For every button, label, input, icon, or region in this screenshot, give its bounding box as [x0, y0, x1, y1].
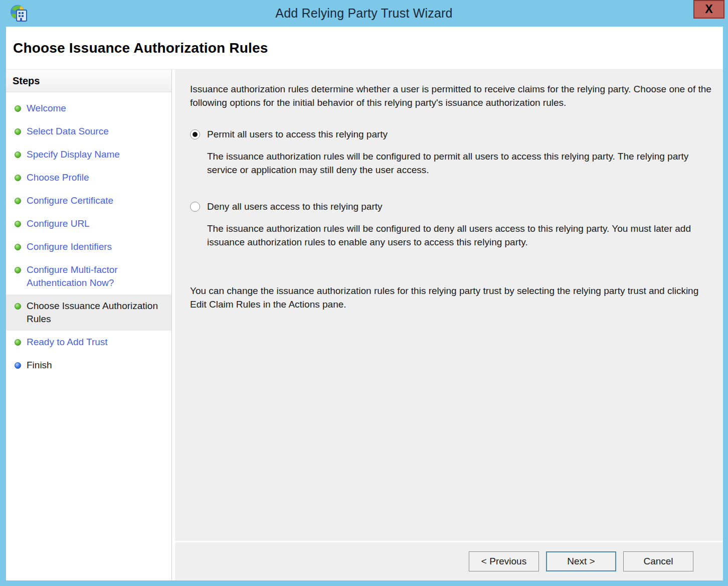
options-group: Permit all users to access this relying …	[190, 127, 712, 249]
wizard-frame: Choose Issuance Authorization Rules Step…	[6, 27, 723, 580]
cancel-button[interactable]: Cancel	[623, 551, 693, 571]
step-label: Choose Profile	[27, 171, 89, 184]
radio-description: The issuance authorization rules will be…	[207, 150, 712, 177]
close-button[interactable]: X	[693, 0, 724, 19]
radio-label: Permit all users to access this relying …	[207, 127, 388, 141]
sidebar-step[interactable]: Select Data Source	[6, 120, 171, 143]
radio-description: The issuance authorization rules will be…	[207, 222, 712, 249]
step-bullet-icon	[15, 128, 21, 135]
content-main: Issuance authorization rules determine w…	[175, 70, 723, 541]
note-text: You can change the issuance authorizatio…	[190, 284, 712, 311]
sidebar-step[interactable]: Choose Profile	[6, 166, 171, 189]
radio-row[interactable]: Permit all users to access this relying …	[190, 127, 712, 141]
step-label: Configure URL	[27, 217, 90, 230]
step-bullet-icon	[15, 303, 21, 310]
sidebar-step[interactable]: Configure Certificate	[6, 189, 171, 212]
step-label: Configure Multi-factor Authentication No…	[27, 263, 166, 289]
steps-heading: Steps	[6, 70, 171, 92]
step-label: Select Data Source	[27, 125, 109, 138]
intro-text: Issuance authorization rules determine w…	[190, 82, 712, 109]
radio-button[interactable]	[190, 129, 200, 139]
step-bullet-icon	[15, 267, 21, 273]
radio-option: Deny all users access to this relying pa…	[190, 200, 712, 249]
sidebar-step[interactable]: Configure Identifiers	[6, 235, 171, 258]
window-title: Add Relying Party Trust Wizard	[0, 0, 728, 27]
sidebar-step[interactable]: Welcome	[6, 97, 171, 120]
radio-option: Permit all users to access this relying …	[190, 127, 712, 177]
step-label: Specify Display Name	[27, 148, 120, 161]
step-bullet-icon	[15, 175, 21, 181]
step-bullet-icon	[15, 221, 21, 227]
page-header: Choose Issuance Authorization Rules	[6, 27, 723, 70]
sidebar-step: Finish	[6, 354, 171, 377]
radio-button[interactable]	[190, 202, 200, 212]
steps-sidebar: Steps Welcome Select Data Source Specify…	[6, 70, 172, 580]
step-label: Welcome	[27, 102, 66, 115]
next-button[interactable]: Next >	[546, 551, 616, 571]
sidebar-step[interactable]: Configure URL	[6, 212, 171, 235]
previous-button[interactable]: < Previous	[469, 551, 539, 571]
step-bullet-icon	[15, 244, 21, 250]
wizard-body: Steps Welcome Select Data Source Specify…	[6, 70, 723, 580]
content-panel: Issuance authorization rules determine w…	[175, 70, 723, 580]
step-bullet-icon	[15, 339, 21, 346]
step-bullet-icon	[15, 362, 21, 369]
page-title: Choose Issuance Authorization Rules	[13, 40, 268, 56]
step-bullet-icon	[15, 198, 21, 204]
step-label: Configure Certificate	[27, 194, 113, 207]
radio-dot-icon	[193, 132, 198, 137]
step-bullet-icon	[15, 152, 21, 158]
step-label: Finish	[27, 359, 52, 372]
radio-row[interactable]: Deny all users access to this relying pa…	[190, 200, 712, 213]
step-label: Configure Identifiers	[27, 240, 112, 253]
radio-label: Deny all users access to this relying pa…	[207, 200, 383, 213]
sidebar-step[interactable]: Ready to Add Trust	[6, 331, 171, 354]
steps-list: Welcome Select Data Source Specify Displ…	[6, 92, 171, 377]
sidebar-step[interactable]: Choose Issuance Authorization Rules	[6, 295, 171, 331]
step-label: Ready to Add Trust	[27, 336, 108, 349]
step-label: Choose Issuance Authorization Rules	[27, 300, 166, 326]
step-bullet-icon	[15, 105, 21, 112]
sidebar-step[interactable]: Configure Multi-factor Authentication No…	[6, 258, 171, 295]
titlebar: Add Relying Party Trust Wizard X	[0, 0, 728, 27]
wizard-window: Add Relying Party Trust Wizard X Choose …	[0, 0, 728, 586]
adfs-app-icon	[9, 4, 29, 24]
button-bar: < Previous Next > Cancel	[175, 541, 723, 580]
sidebar-step[interactable]: Specify Display Name	[6, 143, 171, 166]
